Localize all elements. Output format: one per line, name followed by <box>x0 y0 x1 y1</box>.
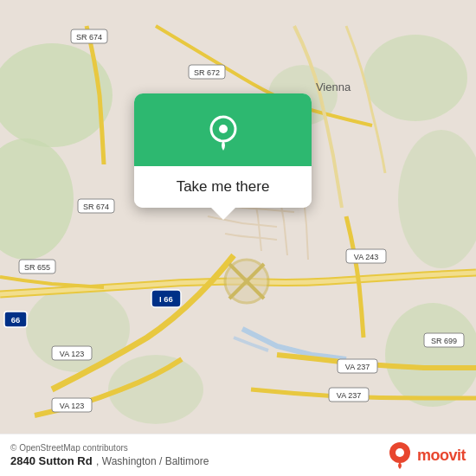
svg-point-36 <box>219 125 228 133</box>
svg-text:VA 237: VA 237 <box>345 363 370 371</box>
city-text: , Washington / Baltimore <box>96 455 209 467</box>
svg-text:VA 243: VA 243 <box>354 253 378 261</box>
svg-text:SR 674: SR 674 <box>76 33 102 42</box>
bottom-bar: © OpenStreetMap contributors 2840 Sutton… <box>0 434 476 476</box>
svg-text:66: 66 <box>11 315 21 325</box>
map-container: SR 674 SR 672 SR 674 Vienna I 66 SR 655 … <box>0 0 476 476</box>
popup-card: Take me there <box>134 93 312 208</box>
svg-point-3 <box>363 35 467 121</box>
moovit-text: moovit <box>417 447 466 465</box>
svg-text:Vienna: Vienna <box>316 80 351 93</box>
address-line: 2840 Sutton Rd , Washington / Baltimore <box>10 453 209 468</box>
map-background: SR 674 SR 672 SR 674 Vienna I 66 SR 655 … <box>0 0 476 476</box>
svg-text:I 66: I 66 <box>159 294 173 304</box>
svg-point-38 <box>396 448 404 457</box>
address-text: 2840 Sutton Rd <box>10 454 93 467</box>
svg-text:SR 655: SR 655 <box>24 263 50 272</box>
svg-point-5 <box>385 303 476 407</box>
svg-text:SR 672: SR 672 <box>194 68 220 77</box>
popup-icon-area <box>134 93 312 166</box>
svg-text:VA 123: VA 123 <box>60 402 84 410</box>
osm-credit: © OpenStreetMap contributors <box>10 443 209 453</box>
popup-tip <box>211 208 235 220</box>
location-pin-icon <box>204 113 242 151</box>
svg-text:SR 674: SR 674 <box>83 203 109 211</box>
moovit-logo: moovit <box>386 441 466 469</box>
moovit-brand-icon <box>386 441 414 469</box>
svg-text:SR 699: SR 699 <box>431 337 457 345</box>
svg-text:VA 123: VA 123 <box>60 350 84 358</box>
take-me-there-button[interactable]: Take me there <box>134 166 312 208</box>
bottom-left: © OpenStreetMap contributors 2840 Sutton… <box>10 443 209 468</box>
svg-text:VA 237: VA 237 <box>337 391 361 400</box>
